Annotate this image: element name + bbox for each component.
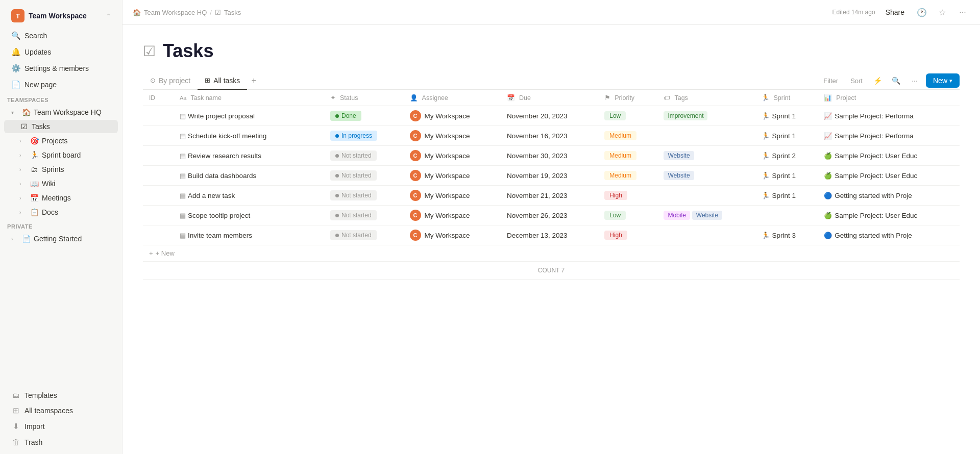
table-more-btn[interactable]: ···: [908, 73, 922, 88]
cell-priority[interactable]: Low: [598, 106, 657, 126]
sidebar-item-getting-started[interactable]: › 📄 Getting Started: [4, 232, 118, 245]
cell-task-name[interactable]: ▤Invite team members: [174, 225, 324, 245]
cell-sprint[interactable]: [755, 206, 818, 225]
sidebar-item-all-teamspaces[interactable]: ⊞ All teamspaces: [4, 403, 118, 418]
cell-due[interactable]: November 20, 2023: [501, 106, 598, 126]
cell-sprint[interactable]: 🏃Sprint 3: [755, 225, 818, 245]
cell-due[interactable]: December 13, 2023: [501, 225, 598, 245]
cell-assignee[interactable]: CMy Workspace: [404, 106, 501, 126]
docs-icon: 📋: [30, 208, 39, 216]
cell-due[interactable]: November 30, 2023: [501, 146, 598, 166]
sidebar-item-import[interactable]: ⬇ Import: [4, 419, 118, 434]
cell-tags[interactable]: [657, 225, 755, 245]
cell-project[interactable]: 📈Sample Project: Performa: [818, 106, 960, 126]
table-row[interactable]: ▤Invite team membersNot startedCMy Works…: [143, 225, 960, 245]
filter-button[interactable]: Filter: [819, 75, 842, 87]
sidebar-item-meetings[interactable]: › 📅 Meetings: [4, 191, 118, 205]
cell-assignee[interactable]: CMy Workspace: [404, 166, 501, 186]
table-row[interactable]: ▤Review research resultsNot startedCMy W…: [143, 146, 960, 166]
cell-assignee[interactable]: CMy Workspace: [404, 146, 501, 166]
breadcrumb-team-hq[interactable]: 🏠 Team Workspace HQ: [133, 9, 207, 16]
sidebar-item-docs[interactable]: › 📋 Docs: [4, 206, 118, 219]
cell-tags[interactable]: MobileWebsite: [657, 206, 755, 225]
new-row-cell[interactable]: ++ New: [143, 245, 324, 262]
sidebar-item-trash[interactable]: 🗑 Trash: [4, 435, 118, 449]
sort-button[interactable]: Sort: [846, 75, 867, 87]
cell-priority[interactable]: High: [598, 186, 657, 206]
cell-assignee[interactable]: CMy Workspace: [404, 206, 501, 225]
cell-tags[interactable]: [657, 126, 755, 146]
sidebar-item-search[interactable]: 🔍 Search: [4, 28, 118, 43]
new-button[interactable]: New ▾: [926, 73, 960, 88]
table-row[interactable]: ▤Build data dashboardsNot startedCMy Wor…: [143, 166, 960, 186]
sidebar-item-team-workspace-hq[interactable]: ▾ 🏠 Team Workspace HQ: [4, 106, 118, 119]
cell-assignee[interactable]: CMy Workspace: [404, 126, 501, 146]
table-row[interactable]: ▤Add a new taskNot startedCMy WorkspaceN…: [143, 186, 960, 206]
cell-task-name[interactable]: ▤Write project proposal: [174, 106, 324, 126]
cell-task-name[interactable]: ▤Scope tooltip project: [174, 206, 324, 225]
cell-priority[interactable]: Low: [598, 206, 657, 225]
cell-sprint[interactable]: 🏃Sprint 1: [755, 166, 818, 186]
bolt-icon-btn[interactable]: ⚡: [871, 73, 885, 88]
cell-status[interactable]: Not started: [324, 225, 404, 245]
cell-tags[interactable]: Website: [657, 146, 755, 166]
sidebar-item-new-page[interactable]: 📄 New page: [4, 77, 118, 92]
cell-assignee[interactable]: CMy Workspace: [404, 225, 501, 245]
sidebar-item-updates[interactable]: 🔔 Updates: [4, 44, 118, 60]
sidebar-item-settings[interactable]: ⚙️ Settings & members: [4, 61, 118, 76]
add-tab-button[interactable]: +: [247, 72, 260, 89]
cell-task-name[interactable]: ▤Schedule kick-off meeting: [174, 126, 324, 146]
table-row[interactable]: ▤Scope tooltip projectNot startedCMy Wor…: [143, 206, 960, 225]
cell-project[interactable]: 🔵Getting started with Proje: [818, 225, 960, 245]
cell-tags[interactable]: [657, 186, 755, 206]
cell-priority[interactable]: Medium: [598, 126, 657, 146]
breadcrumb-tasks[interactable]: ☑ Tasks: [215, 9, 241, 16]
cell-task-name[interactable]: ▤Build data dashboards: [174, 166, 324, 186]
cell-status[interactable]: Not started: [324, 166, 404, 186]
cell-project[interactable]: 🔵Getting started with Proje: [818, 186, 960, 206]
table-row[interactable]: ▤Write project proposalDoneCMy Workspace…: [143, 106, 960, 126]
cell-priority[interactable]: Medium: [598, 146, 657, 166]
share-button[interactable]: Share: [881, 6, 909, 18]
cell-assignee[interactable]: CMy Workspace: [404, 186, 501, 206]
cell-tags[interactable]: Website: [657, 166, 755, 186]
cell-tags[interactable]: Improvement: [657, 106, 755, 126]
cell-sprint[interactable]: 🏃Sprint 2: [755, 146, 818, 166]
cell-sprint[interactable]: 🏃Sprint 1: [755, 186, 818, 206]
cell-status[interactable]: Done: [324, 106, 404, 126]
cell-due[interactable]: November 16, 2023: [501, 126, 598, 146]
cell-priority[interactable]: High: [598, 225, 657, 245]
favorite-icon-btn[interactable]: ☆: [935, 5, 949, 19]
sidebar-item-templates[interactable]: 🗂 Templates: [4, 388, 118, 402]
sidebar-item-wiki[interactable]: › 📖 Wiki: [4, 177, 118, 190]
search-table-btn[interactable]: 🔍: [889, 73, 903, 88]
workspace-switcher[interactable]: T Team Workspace ⌃: [4, 5, 118, 27]
cell-status[interactable]: Not started: [324, 186, 404, 206]
cell-project[interactable]: 🍏Sample Project: User Educ: [818, 206, 960, 225]
cell-sprint[interactable]: 🏃Sprint 1: [755, 126, 818, 146]
project-name: Getting started with Proje: [835, 232, 912, 239]
cell-priority[interactable]: Medium: [598, 166, 657, 186]
cell-status[interactable]: Not started: [324, 146, 404, 166]
cell-status[interactable]: Not started: [324, 206, 404, 225]
table-row[interactable]: ▤Schedule kick-off meetingIn progressCMy…: [143, 126, 960, 146]
more-options-btn[interactable]: ···: [955, 5, 970, 19]
cell-project[interactable]: 📈Sample Project: Performa: [818, 126, 960, 146]
cell-task-name[interactable]: ▤Add a new task: [174, 186, 324, 206]
sidebar-item-tasks[interactable]: ☑ Tasks: [4, 120, 118, 133]
sidebar-item-sprint-board[interactable]: › 🏃 Sprint board: [4, 148, 118, 162]
cell-project[interactable]: 🍏Sample Project: User Educ: [818, 166, 960, 186]
cell-sprint[interactable]: 🏃Sprint 1: [755, 106, 818, 126]
tab-all-tasks[interactable]: ⊞ All tasks: [198, 72, 247, 90]
cell-status[interactable]: In progress: [324, 126, 404, 146]
sidebar-item-sprints[interactable]: › 🗂 Sprints: [4, 163, 118, 176]
cell-task-name[interactable]: ▤Review research results: [174, 146, 324, 166]
cell-due[interactable]: November 21, 2023: [501, 186, 598, 206]
cell-project[interactable]: 🍏Sample Project: User Educ: [818, 146, 960, 166]
history-icon-btn[interactable]: 🕐: [915, 5, 929, 19]
sidebar-item-projects[interactable]: › 🎯 Projects: [4, 134, 118, 147]
tab-by-project[interactable]: ⊙ By project: [143, 72, 198, 90]
cell-due[interactable]: November 26, 2023: [501, 206, 598, 225]
new-row[interactable]: ++ New: [143, 245, 960, 262]
cell-due[interactable]: November 19, 2023: [501, 166, 598, 186]
